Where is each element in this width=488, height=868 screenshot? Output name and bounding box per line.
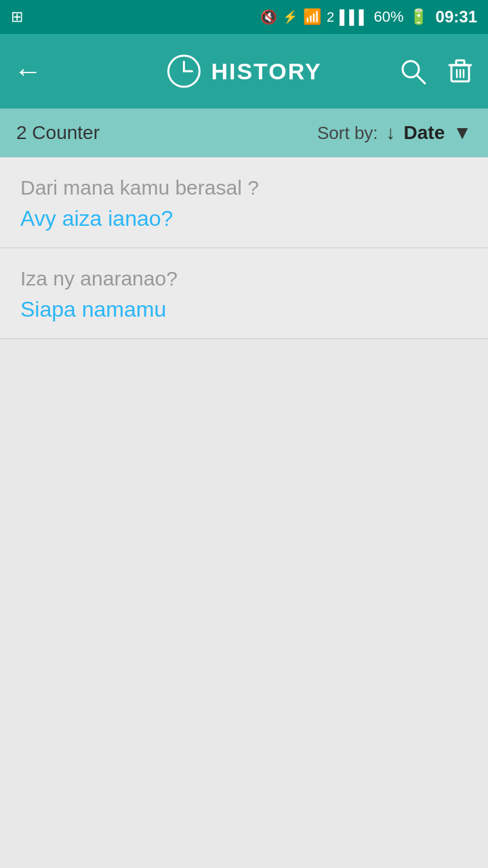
dropdown-icon[interactable]: ▼ [453, 122, 472, 144]
toolbar-left: ← [14, 55, 42, 87]
sort-area[interactable]: Sort by: ↓ Date ▼ [317, 122, 472, 144]
battery-text: 60% [374, 8, 404, 26]
history-item-2[interactable]: Iza ny anaranao? Siapa namamu [0, 248, 488, 339]
signal-icon: ▌▌▌ [340, 9, 369, 25]
history-item-1-answer: Avy aiza ianao? [20, 206, 468, 231]
sim-icon: 2 [327, 9, 334, 25]
history-item-2-answer: Siapa namamu [20, 297, 468, 322]
svg-line-4 [417, 75, 425, 83]
search-icon[interactable] [399, 57, 427, 85]
bluetooth-icon: ⚡ [283, 9, 298, 24]
toolbar: ← HISTORY [0, 34, 488, 108]
sort-direction-icon: ↓ [386, 122, 396, 144]
battery-icon: 🔋 [409, 8, 428, 26]
filter-bar: 2 Counter Sort by: ↓ Date ▼ [0, 108, 488, 157]
status-bar-right: 🔇 ⚡ 📶 2 ▌▌▌ 60% 🔋 09:31 [260, 7, 477, 26]
toolbar-right [399, 57, 474, 85]
toolbar-center: HISTORY [166, 54, 321, 89]
sort-label: Sort by: [317, 123, 378, 144]
clock-icon [166, 54, 201, 89]
status-bar: ⊞ 🔇 ⚡ 📶 2 ▌▌▌ 60% 🔋 09:31 [0, 0, 488, 34]
trash-icon[interactable] [446, 57, 474, 85]
history-list: Dari mana kamu berasal ? Avy aiza ianao?… [0, 157, 488, 339]
status-bar-left: ⊞ [11, 8, 23, 26]
counter-text: 2 Counter [16, 122, 100, 144]
history-item-2-question: Iza ny anaranao? [20, 267, 468, 290]
toolbar-title: HISTORY [211, 58, 321, 85]
mute-icon: 🔇 [260, 9, 277, 25]
sort-value: Date [404, 122, 445, 144]
image-icon: ⊞ [11, 8, 23, 26]
wifi-icon: 📶 [303, 8, 321, 26]
back-button[interactable]: ← [14, 55, 42, 87]
status-time: 09:31 [436, 7, 477, 26]
history-item-1[interactable]: Dari mana kamu berasal ? Avy aiza ianao? [0, 157, 488, 248]
history-item-1-question: Dari mana kamu berasal ? [20, 176, 468, 199]
svg-rect-7 [456, 60, 464, 65]
